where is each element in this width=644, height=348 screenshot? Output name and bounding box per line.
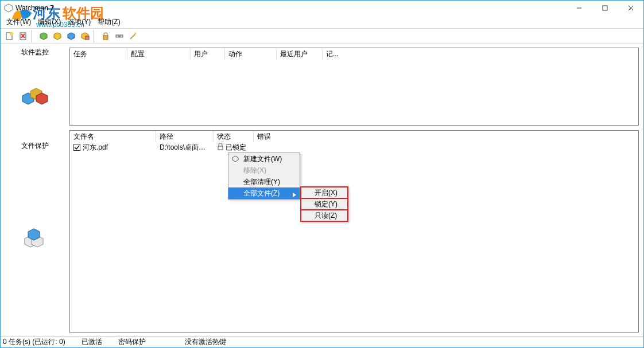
col-user[interactable]: 用户 <box>191 48 225 60</box>
cubes-stack-icon <box>17 157 53 317</box>
status-no-hotkey: 没有激活热键 <box>185 337 226 347</box>
svg-marker-30 <box>293 193 296 197</box>
file-list-pane: 文件名 路径 状态 错误 河东.pdf D:\tools\桌面… <box>69 130 639 333</box>
menu-options[interactable]: 选项(Y) <box>64 16 94 28</box>
svg-rect-4 <box>603 6 607 10</box>
row-checkbox[interactable] <box>73 144 80 151</box>
svg-point-19 <box>118 35 121 37</box>
row-filename: 河东.pdf <box>83 143 108 153</box>
svg-marker-13 <box>54 33 61 40</box>
task-list-pane: 任务 配置 用户 动作 最近用户 记... <box>69 48 639 126</box>
close-button[interactable] <box>618 1 643 15</box>
toolbar-lock-icon[interactable] <box>99 30 112 42</box>
col-status[interactable]: 状态 <box>214 131 254 142</box>
status-tasks: 0 任务(s) (已运行: 0) <box>3 337 65 347</box>
context-submenu: 开启(X) 锁定(Y) 只读(Z) <box>300 186 348 222</box>
menu-help[interactable]: 帮助(Z) <box>94 16 123 28</box>
col-action[interactable]: 动作 <box>225 48 277 60</box>
toolbar-cube-blue-icon[interactable] <box>65 30 77 42</box>
svg-line-20 <box>130 34 135 39</box>
svg-marker-27 <box>28 229 40 240</box>
window-title: Watchman 7 <box>15 4 54 12</box>
row-path: D:\tools\桌面… <box>156 143 214 153</box>
toolbar <box>1 28 643 44</box>
sidebar-label-file-protect: 文件保护 <box>21 141 49 151</box>
app-icon <box>4 3 13 13</box>
chevron-right-icon <box>293 191 296 199</box>
menu-file[interactable]: 文件(W) <box>3 16 34 28</box>
sidebar-item-software-monitor[interactable]: 软件监控 <box>1 44 69 138</box>
toolbar-cube-locked-icon[interactable] <box>79 30 91 42</box>
menu-edit[interactable]: 编辑(X) <box>34 16 64 28</box>
toolbar-cube-yellow-icon[interactable] <box>51 30 64 42</box>
col-recent-user[interactable]: 最近用户 <box>277 48 323 60</box>
col-path[interactable]: 路径 <box>156 131 214 142</box>
file-row[interactable]: 河东.pdf D:\tools\桌面… 已锁定 <box>70 142 638 153</box>
ctx-all-files[interactable]: 全部文件(Z) <box>228 187 300 199</box>
toolbar-delete-icon[interactable] <box>17 30 29 42</box>
ctx-new-file[interactable]: 新建文件(W) <box>228 153 300 165</box>
task-list-header: 任务 配置 用户 动作 最近用户 记... <box>70 48 638 60</box>
status-activated: 已激活 <box>82 337 102 347</box>
ctx-sub-open[interactable]: 开启(X) <box>301 187 348 198</box>
toolbar-new-icon[interactable] <box>3 30 15 42</box>
svg-rect-28 <box>218 146 223 150</box>
svg-marker-12 <box>40 33 47 40</box>
svg-rect-16 <box>86 36 89 40</box>
file-list-header: 文件名 路径 状态 错误 <box>70 131 638 142</box>
toolbar-wand-icon[interactable] <box>127 30 139 42</box>
svg-point-8 <box>10 32 13 36</box>
context-menu: 新建文件(W) 移除(X) 全部清理(Y) 全部文件(Z) <box>228 153 300 200</box>
ctx-remove: 移除(X) <box>228 165 300 176</box>
sidebar-label-software-monitor: 软件监控 <box>21 48 49 57</box>
hexagon-icon <box>231 155 239 163</box>
col-error[interactable]: 错误 <box>254 131 638 142</box>
sidebar: 软件监控 文件保护 <box>1 44 69 336</box>
toolbar-cube-green-icon[interactable] <box>37 30 50 42</box>
col-record[interactable]: 记... <box>323 48 346 60</box>
svg-rect-17 <box>103 36 108 40</box>
title-bar: Watchman 7 <box>1 1 643 15</box>
toolbar-settings-icon[interactable] <box>113 30 126 42</box>
svg-marker-14 <box>68 33 75 40</box>
col-filename[interactable]: 文件名 <box>70 131 156 142</box>
maximize-button[interactable] <box>592 1 618 15</box>
row-status: 已锁定 <box>226 143 246 153</box>
col-config[interactable]: 配置 <box>127 48 191 60</box>
cubes-multi-icon <box>17 63 53 132</box>
ctx-clear-all[interactable]: 全部清理(Y) <box>228 176 300 187</box>
col-task[interactable]: 任务 <box>70 48 127 60</box>
ctx-sub-readonly[interactable]: 只读(Z) <box>301 210 348 221</box>
status-bar: 0 任务(s) (已运行: 0) 已激活 密码保护 没有激活热键 <box>1 336 643 347</box>
lock-small-icon <box>217 143 224 152</box>
sidebar-item-file-protect[interactable]: 文件保护 <box>1 138 69 323</box>
minimize-button[interactable] <box>566 1 592 15</box>
menu-bar: 文件(W) 编辑(X) 选项(Y) 帮助(Z) <box>1 15 643 28</box>
status-pwd-protect: 密码保护 <box>118 337 146 347</box>
svg-marker-24 <box>36 93 48 104</box>
svg-marker-29 <box>232 156 238 162</box>
ctx-sub-lock[interactable]: 锁定(Y) <box>301 198 348 210</box>
svg-marker-2 <box>5 4 13 12</box>
